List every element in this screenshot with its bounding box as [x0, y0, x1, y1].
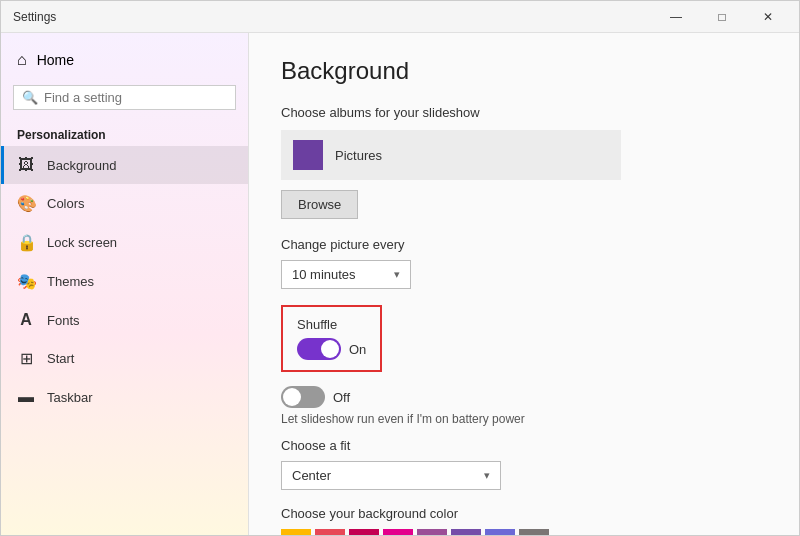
main-content: ⌂ Home 🔍 Personalization 🖼 Background 🎨 …	[1, 33, 799, 535]
color-swatch[interactable]	[519, 529, 549, 535]
sidebar-label-themes: Themes	[47, 274, 94, 289]
browse-button[interactable]: Browse	[281, 190, 358, 219]
sidebar-label-taskbar: Taskbar	[47, 390, 93, 405]
sidebar-label-colors: Colors	[47, 196, 85, 211]
fit-dropdown[interactable]: Center ▾	[281, 461, 501, 490]
interval-dropdown[interactable]: 10 minutes ▾	[281, 260, 411, 289]
sidebar-item-start[interactable]: ⊞ Start	[1, 339, 248, 378]
battery-toggle[interactable]	[281, 386, 325, 408]
maximize-button[interactable]: □	[699, 1, 745, 33]
color-swatch[interactable]	[281, 529, 311, 535]
sidebar-item-fonts[interactable]: A Fonts	[1, 301, 248, 339]
albums-label: Choose albums for your slideshow	[281, 105, 767, 120]
battery-state: Off	[333, 390, 350, 405]
sidebar-item-taskbar[interactable]: ▬ Taskbar	[1, 378, 248, 416]
colors-icon: 🎨	[17, 194, 35, 213]
start-icon: ⊞	[17, 349, 35, 368]
main-panel: Background Choose albums for your slides…	[249, 33, 799, 535]
lock-icon: 🔒	[17, 233, 35, 252]
shuffle-state: On	[349, 342, 366, 357]
page-title: Background	[281, 57, 767, 85]
shuffle-label: Shuffle	[297, 317, 366, 332]
interval-dropdown-arrow: ▾	[394, 268, 400, 281]
search-icon: 🔍	[22, 90, 38, 105]
color-grid	[281, 529, 767, 535]
taskbar-icon: ▬	[17, 388, 35, 406]
color-swatch[interactable]	[315, 529, 345, 535]
home-icon: ⌂	[17, 51, 27, 69]
fit-value: Center	[292, 468, 331, 483]
sidebar-label-start: Start	[47, 351, 74, 366]
window-controls: — □ ✕	[653, 1, 791, 33]
themes-icon: 🎭	[17, 272, 35, 291]
fit-dropdown-arrow: ▾	[484, 469, 490, 482]
sidebar: ⌂ Home 🔍 Personalization 🖼 Background 🎨 …	[1, 33, 249, 535]
sidebar-item-background[interactable]: 🖼 Background	[1, 146, 248, 184]
minimize-button[interactable]: —	[653, 1, 699, 33]
color-swatch[interactable]	[383, 529, 413, 535]
battery-row: Off	[281, 386, 767, 408]
album-item[interactable]: Pictures	[281, 130, 621, 180]
search-box[interactable]: 🔍	[13, 85, 236, 110]
color-swatch[interactable]	[485, 529, 515, 535]
sidebar-item-lock-screen[interactable]: 🔒 Lock screen	[1, 223, 248, 262]
album-thumbnail	[293, 140, 323, 170]
shuffle-section: Shuffle On	[281, 305, 382, 372]
battery-toggle-thumb	[283, 388, 301, 406]
search-input[interactable]	[44, 90, 227, 105]
color-swatch[interactable]	[349, 529, 379, 535]
sidebar-item-home[interactable]: ⌂ Home	[1, 41, 248, 79]
fonts-icon: A	[17, 311, 35, 329]
interval-value: 10 minutes	[292, 267, 356, 282]
color-row-1	[281, 529, 767, 535]
change-picture-label: Change picture every	[281, 237, 767, 252]
sidebar-section-title: Personalization	[1, 120, 248, 146]
color-swatch[interactable]	[417, 529, 447, 535]
album-name: Pictures	[335, 148, 382, 163]
fit-label: Choose a fit	[281, 438, 767, 453]
shuffle-toggle[interactable]	[297, 338, 341, 360]
titlebar: Settings — □ ✕	[1, 1, 799, 33]
shuffle-toggle-row: On	[297, 338, 366, 360]
bg-color-label: Choose your background color	[281, 506, 767, 521]
settings-window: Settings — □ ✕ ⌂ Home 🔍 Personalization …	[0, 0, 800, 536]
sidebar-item-colors[interactable]: 🎨 Colors	[1, 184, 248, 223]
battery-label: Let slideshow run even if I'm on battery…	[281, 412, 767, 426]
color-swatch[interactable]	[451, 529, 481, 535]
sidebar-label-fonts: Fonts	[47, 313, 80, 328]
window-title: Settings	[13, 10, 56, 24]
close-button[interactable]: ✕	[745, 1, 791, 33]
sidebar-item-themes[interactable]: 🎭 Themes	[1, 262, 248, 301]
sidebar-label-lock-screen: Lock screen	[47, 235, 117, 250]
background-icon: 🖼	[17, 156, 35, 174]
shuffle-toggle-thumb	[321, 340, 339, 358]
home-label: Home	[37, 52, 74, 68]
sidebar-label-background: Background	[47, 158, 116, 173]
